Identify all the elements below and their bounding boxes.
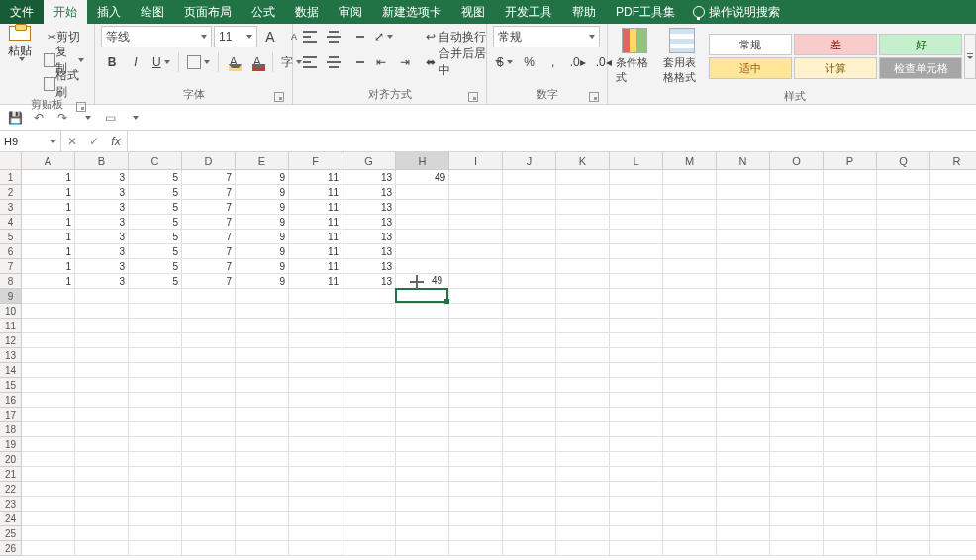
name-box[interactable]: H9	[0, 131, 61, 151]
cell-H25[interactable]	[396, 526, 449, 541]
cell-J7[interactable]	[503, 259, 556, 274]
cell-K10[interactable]	[556, 304, 610, 319]
col-header-A[interactable]: A	[22, 152, 75, 170]
cell-D15[interactable]	[182, 378, 236, 393]
cell-E26[interactable]	[236, 541, 289, 556]
cell-K12[interactable]	[556, 333, 610, 348]
align-left-button[interactable]	[299, 51, 321, 73]
cell-L3[interactable]	[610, 200, 663, 215]
cell-I24[interactable]	[449, 512, 503, 526]
cell-C12[interactable]	[129, 333, 182, 348]
cell-O16[interactable]	[770, 393, 824, 408]
cell-L26[interactable]	[610, 541, 663, 556]
cell-O20[interactable]	[770, 452, 824, 467]
cell-F18[interactable]	[289, 422, 342, 437]
cell-A12[interactable]	[22, 333, 75, 348]
cell-K3[interactable]	[556, 200, 610, 215]
col-header-O[interactable]: O	[770, 152, 824, 170]
row-header-17[interactable]: 17	[0, 408, 22, 422]
cell-C21[interactable]	[129, 467, 182, 482]
cell-Q2[interactable]	[877, 185, 930, 200]
table-format-button[interactable]: 套用表格格式	[661, 26, 703, 87]
cell-N26[interactable]	[717, 541, 770, 556]
cell-P11[interactable]	[824, 319, 877, 333]
row-header-5[interactable]: 5	[0, 230, 22, 244]
cell-O11[interactable]	[770, 319, 824, 333]
row-header-9[interactable]: 9	[0, 289, 22, 304]
cell-Q5[interactable]	[877, 230, 930, 244]
dialog-launcher-icon[interactable]	[589, 92, 599, 102]
cell-A23[interactable]	[22, 497, 75, 512]
cell-P22[interactable]	[824, 482, 877, 497]
cell-B16[interactable]	[75, 393, 129, 408]
cell-M1[interactable]	[663, 170, 717, 185]
cell-N17[interactable]	[717, 408, 770, 422]
cell-I19[interactable]	[449, 437, 503, 452]
fill-color-button[interactable]: A	[223, 51, 244, 73]
cell-F26[interactable]	[289, 541, 342, 556]
cell-H10[interactable]	[396, 304, 449, 319]
cell-A3[interactable]: 1	[22, 200, 75, 215]
cell-A1[interactable]: 1	[22, 170, 75, 185]
cell-B17[interactable]	[75, 408, 129, 422]
cell-M21[interactable]	[663, 467, 717, 482]
cell-H20[interactable]	[396, 452, 449, 467]
cell-D4[interactable]: 7	[182, 215, 236, 230]
cell-L2[interactable]	[610, 185, 663, 200]
cancel-formula-button[interactable]: ✕	[61, 135, 83, 148]
col-header-M[interactable]: M	[663, 152, 717, 170]
cell-O9[interactable]	[770, 289, 824, 304]
cell-M3[interactable]	[663, 200, 717, 215]
cell-P2[interactable]	[824, 185, 877, 200]
cell-N19[interactable]	[717, 437, 770, 452]
tab-数据[interactable]: 数据	[285, 0, 329, 24]
cell-I6[interactable]	[449, 244, 503, 259]
cell-D22[interactable]	[182, 482, 236, 497]
cell-G14[interactable]	[342, 363, 396, 378]
cell-M14[interactable]	[663, 363, 717, 378]
cell-H6[interactable]	[396, 244, 449, 259]
underline-button[interactable]: U	[148, 51, 174, 73]
cell-K9[interactable]	[556, 289, 610, 304]
cell-G26[interactable]	[342, 541, 396, 556]
cell-J17[interactable]	[503, 408, 556, 422]
cell-I17[interactable]	[449, 408, 503, 422]
cell-F17[interactable]	[289, 408, 342, 422]
cell-I7[interactable]	[449, 259, 503, 274]
cell-M23[interactable]	[663, 497, 717, 512]
cell-B15[interactable]	[75, 378, 129, 393]
qat-extra-button[interactable]: ▭	[101, 109, 119, 127]
cell-K13[interactable]	[556, 348, 610, 363]
cell-F19[interactable]	[289, 437, 342, 452]
bold-button[interactable]: B	[101, 51, 123, 73]
cell-I5[interactable]	[449, 230, 503, 244]
cell-L21[interactable]	[610, 467, 663, 482]
cell-K7[interactable]	[556, 259, 610, 274]
cell-C6[interactable]: 5	[129, 244, 182, 259]
cell-E10[interactable]	[236, 304, 289, 319]
cell-Q17[interactable]	[877, 408, 930, 422]
cell-D7[interactable]: 7	[182, 259, 236, 274]
cell-J25[interactable]	[503, 526, 556, 541]
cell-F2[interactable]: 11	[289, 185, 342, 200]
increase-font-button[interactable]: A	[259, 26, 281, 47]
row-header-2[interactable]: 2	[0, 185, 22, 200]
cell-Q23[interactable]	[877, 497, 930, 512]
cell-L10[interactable]	[610, 304, 663, 319]
cell-F9[interactable]	[289, 289, 342, 304]
cell-O7[interactable]	[770, 259, 824, 274]
cell-Q9[interactable]	[877, 289, 930, 304]
cell-E15[interactable]	[236, 378, 289, 393]
cell-O14[interactable]	[770, 363, 824, 378]
cell-R10[interactable]	[930, 304, 976, 319]
tab-帮助[interactable]: 帮助	[562, 0, 606, 24]
cell-G16[interactable]	[342, 393, 396, 408]
row-header-7[interactable]: 7	[0, 259, 22, 274]
col-header-P[interactable]: P	[824, 152, 877, 170]
cell-C7[interactable]: 5	[129, 259, 182, 274]
cell-E4[interactable]: 9	[236, 215, 289, 230]
cell-B25[interactable]	[75, 526, 129, 541]
cell-C26[interactable]	[129, 541, 182, 556]
cell-Q3[interactable]	[877, 200, 930, 215]
cell-J26[interactable]	[503, 541, 556, 556]
